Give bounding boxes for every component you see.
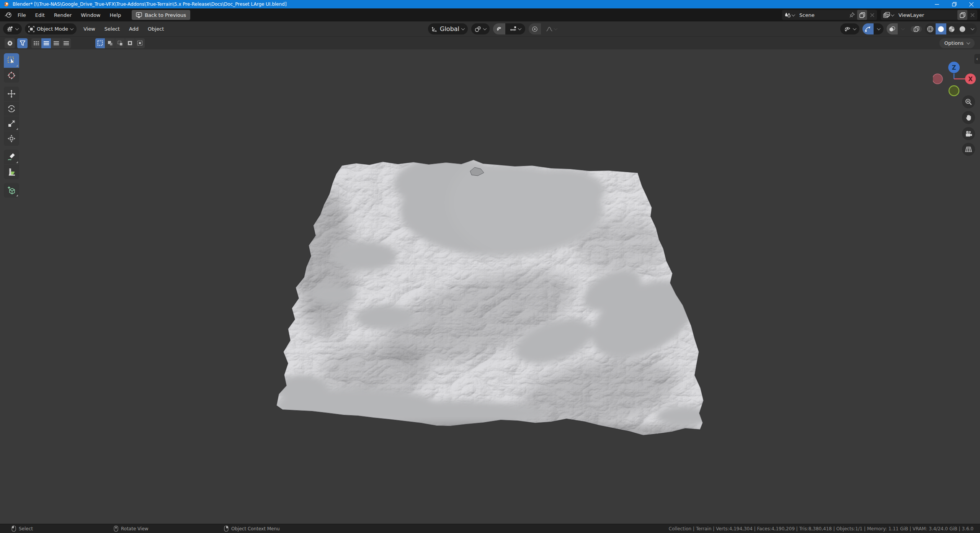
menu-object[interactable]: Object <box>143 26 168 32</box>
tool-cursor[interactable] <box>4 68 19 83</box>
close-button[interactable] <box>963 0 980 8</box>
hint-rotate-view: Rotate View <box>114 524 149 533</box>
select-mode-intersect-button[interactable] <box>135 38 145 48</box>
object-visibility-button[interactable] <box>840 23 859 34</box>
lines-icon <box>64 41 69 46</box>
shading-material-button[interactable] <box>946 23 957 34</box>
tool-measure[interactable] <box>4 165 19 179</box>
gizmos-toggle-button[interactable] <box>862 23 874 34</box>
menu-add[interactable]: Add <box>124 26 143 32</box>
chevron-down-icon <box>877 26 880 30</box>
proportional-toggle-button[interactable] <box>529 23 541 34</box>
menu-edit[interactable]: Edit <box>31 12 49 18</box>
menu-window[interactable]: Window <box>76 12 105 18</box>
pivot-icon <box>475 26 481 32</box>
blender-logo-icon <box>2 0 10 8</box>
measure-icon <box>7 168 16 176</box>
tool-annotate[interactable] <box>4 150 19 164</box>
menu-view[interactable]: View <box>79 26 100 32</box>
tool-transform[interactable] <box>4 131 19 146</box>
gizmos-settings-button[interactable] <box>874 23 884 34</box>
gizmo-y-axis[interactable] <box>949 86 959 96</box>
menu-select[interactable]: Select <box>100 26 124 32</box>
chevron-down-icon <box>970 26 974 30</box>
scale-icon <box>7 119 16 128</box>
proportional-falloff-button[interactable] <box>541 23 562 34</box>
material-preview-sphere-icon <box>948 26 955 33</box>
rotate-icon <box>7 105 16 113</box>
orientation-selector[interactable]: Global <box>428 23 468 34</box>
shading-settings-button[interactable] <box>968 23 977 34</box>
pan-button[interactable] <box>962 111 975 124</box>
remove-viewlayer-button[interactable] <box>967 10 977 20</box>
transform-icon <box>7 134 16 143</box>
select-mode-invert-button[interactable] <box>125 38 135 48</box>
minimize-button[interactable] <box>928 0 946 8</box>
gear-icon <box>7 40 13 46</box>
restore-button[interactable] <box>946 0 963 8</box>
viewlayer-browse-button[interactable] <box>881 12 896 18</box>
3d-viewport[interactable]: Z X ‹ <box>0 49 980 524</box>
select-mode-subtract-button[interactable] <box>115 38 125 48</box>
overlays-settings-button[interactable] <box>898 23 908 34</box>
snap-toggle-button[interactable] <box>493 23 505 34</box>
tool-select-box[interactable] <box>4 53 19 68</box>
lines-icon <box>54 41 59 46</box>
display-mode-button-4[interactable] <box>61 38 71 48</box>
camera-icon <box>965 131 972 137</box>
eye-cursor-icon <box>844 26 851 32</box>
display-mode-button-3[interactable] <box>51 38 61 48</box>
tool-add-cube[interactable] <box>4 183 19 198</box>
add-viewlayer-button[interactable] <box>957 10 967 20</box>
options-button[interactable]: Options <box>939 38 975 48</box>
overlays-controls <box>887 23 908 34</box>
grid-icon <box>965 146 972 152</box>
snap-controls <box>493 23 525 34</box>
shading-rendered-button[interactable] <box>957 23 968 34</box>
shading-mode-controls <box>925 23 977 34</box>
navigation-gizmo[interactable]: Z X <box>933 55 976 98</box>
display-mode-button-2[interactable] <box>41 38 51 48</box>
menu-file[interactable]: File <box>13 12 31 18</box>
display-mode-button-1[interactable] <box>31 38 41 48</box>
overlays-icon <box>889 26 895 32</box>
snap-settings-button[interactable] <box>505 23 525 34</box>
viewport-display-controls <box>840 23 977 34</box>
shading-solid-button[interactable] <box>936 23 946 34</box>
overlays-toggle-button[interactable] <box>887 23 898 34</box>
shading-wireframe-button[interactable] <box>925 23 936 34</box>
gizmo-neg-x-axis[interactable] <box>933 74 942 84</box>
chevron-down-icon <box>70 26 74 30</box>
sidebar-collapse-tab[interactable]: ‹ <box>974 54 980 64</box>
pin-icon[interactable] <box>847 10 857 20</box>
tool-scale[interactable] <box>4 116 19 131</box>
select-mode-extend-button[interactable] <box>105 38 115 48</box>
menu-render[interactable]: Render <box>49 12 76 18</box>
zoom-button[interactable] <box>962 95 975 108</box>
filter-button[interactable] <box>17 38 28 48</box>
mode-selector[interactable]: Object Mode <box>25 23 77 34</box>
camera-view-button[interactable] <box>962 127 975 140</box>
menu-help[interactable]: Help <box>105 12 126 18</box>
new-scene-button[interactable] <box>857 10 867 20</box>
hand-icon <box>965 114 972 121</box>
blender-menu-icon[interactable] <box>3 10 13 20</box>
unlink-scene-button[interactable] <box>867 10 877 20</box>
editor-type-button[interactable] <box>3 23 22 34</box>
terrain-mesh[interactable] <box>0 49 980 524</box>
options-label: Options <box>944 40 964 46</box>
viewlayer-selector[interactable]: ViewLayer <box>881 10 977 20</box>
ortho-perspective-button[interactable] <box>962 143 975 156</box>
chevron-down-icon <box>15 26 19 30</box>
back-to-previous-button[interactable]: Back to Previous <box>132 10 190 20</box>
chevron-down-icon <box>967 41 970 44</box>
pivot-point-button[interactable] <box>471 23 490 34</box>
scene-browse-button[interactable] <box>782 12 797 18</box>
xray-toggle-button[interactable] <box>911 26 922 32</box>
scene-selector[interactable]: Scene <box>782 10 877 20</box>
tool-settings-gear-button[interactable] <box>5 38 15 48</box>
tool-rotate[interactable] <box>4 101 19 116</box>
tool-move[interactable] <box>4 87 19 101</box>
select-extend-icon <box>107 40 113 46</box>
select-mode-set-button[interactable] <box>95 38 105 48</box>
